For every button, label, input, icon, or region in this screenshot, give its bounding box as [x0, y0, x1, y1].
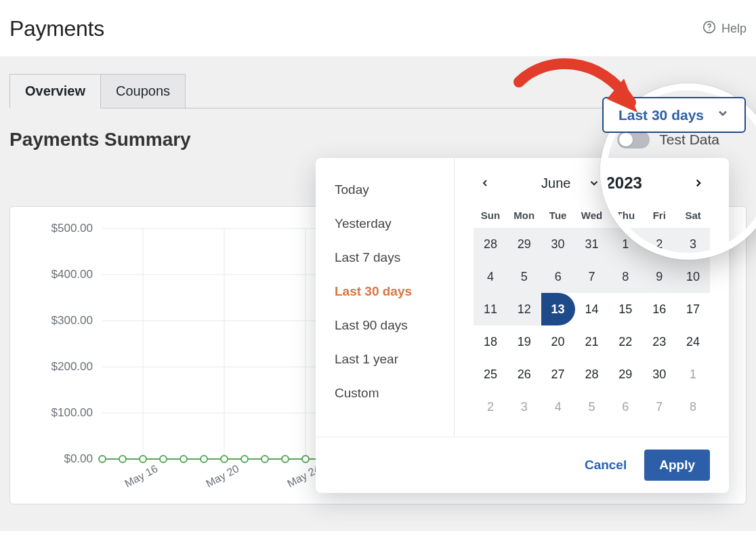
- cancel-button[interactable]: Cancel: [581, 457, 631, 473]
- preset-yesterday[interactable]: Yesterday: [316, 207, 454, 241]
- svg-point-33: [160, 456, 167, 462]
- calendar-day[interactable]: 5: [575, 391, 609, 423]
- calendar-day[interactable]: 21: [575, 325, 609, 358]
- dow-fri: Fri: [642, 203, 676, 228]
- calendar-day[interactable]: 11: [474, 293, 507, 325]
- calendar-day[interactable]: 7: [642, 391, 676, 423]
- calendar-day[interactable]: 3: [676, 228, 710, 260]
- dow-sun: Sun: [474, 203, 507, 228]
- calendar-day[interactable]: 10: [676, 260, 710, 293]
- svg-text:$500.00: $500.00: [51, 222, 93, 235]
- calendar-day[interactable]: 20: [541, 325, 575, 358]
- help-label: Help: [721, 22, 747, 36]
- calendar-day[interactable]: 2: [642, 228, 676, 260]
- calendar-day[interactable]: 4: [474, 260, 507, 293]
- calendar-day[interactable]: 1: [676, 358, 710, 391]
- date-picker: Today Yesterday Last 7 days Last 30 days…: [316, 158, 729, 493]
- calendar-day[interactable]: 29: [608, 358, 642, 391]
- work-area: Overview Coupons Payments Summary Test D…: [0, 56, 756, 531]
- calendar-day[interactable]: 28: [474, 228, 507, 260]
- calendar-header: June 2023: [474, 172, 710, 195]
- calendar-day[interactable]: 6: [608, 391, 642, 423]
- calendar-day[interactable]: 28: [575, 358, 609, 391]
- calendar-grid: Sun Mon Tue Wed Thu Fri Sat 282930311234…: [474, 203, 710, 423]
- calendar-day[interactable]: 3: [507, 391, 541, 423]
- svg-point-37: [241, 456, 248, 462]
- calendar-day[interactable]: 13: [541, 293, 575, 325]
- svg-point-35: [201, 456, 207, 462]
- calendar-day[interactable]: 14: [575, 293, 609, 325]
- svg-text:$200.00: $200.00: [51, 360, 93, 373]
- svg-point-34: [180, 456, 187, 462]
- calendar-day[interactable]: 27: [541, 358, 575, 391]
- preset-custom[interactable]: Custom: [316, 376, 454, 410]
- calendar-month: June: [541, 176, 570, 191]
- tab-coupons[interactable]: Coupons: [101, 74, 186, 108]
- preset-7days[interactable]: Last 7 days: [316, 241, 454, 275]
- calendar-day[interactable]: 30: [541, 228, 575, 260]
- picker-footer: Cancel Apply: [316, 437, 729, 493]
- svg-text:May 16: May 16: [123, 462, 159, 490]
- calendar-title: June 2023: [497, 174, 687, 193]
- calendar-day[interactable]: 23: [642, 325, 676, 358]
- svg-point-31: [119, 456, 126, 462]
- calendar-year: 2023: [606, 174, 642, 193]
- svg-text:$0.00: $0.00: [64, 452, 93, 465]
- help-icon: [702, 20, 716, 37]
- preset-today[interactable]: Today: [316, 173, 454, 207]
- svg-point-38: [261, 456, 268, 462]
- svg-text:$400.00: $400.00: [51, 268, 93, 281]
- calendar-day[interactable]: 19: [507, 325, 541, 358]
- annotation-arrow: [505, 48, 654, 170]
- dow-sat: Sat: [676, 203, 710, 228]
- calendar-day[interactable]: 7: [575, 260, 609, 293]
- svg-text:$100.00: $100.00: [51, 406, 93, 419]
- calendar-day[interactable]: 8: [676, 391, 710, 423]
- help-link[interactable]: Help: [702, 20, 747, 37]
- svg-point-40: [302, 456, 309, 462]
- svg-point-39: [282, 456, 289, 462]
- calendar-day[interactable]: 30: [642, 358, 676, 391]
- calendar-day[interactable]: 25: [474, 358, 507, 391]
- calendar-day[interactable]: 18: [474, 325, 507, 358]
- page-title: Payments: [9, 16, 104, 41]
- preset-90days[interactable]: Last 90 days: [316, 309, 454, 342]
- chevron-down-icon[interactable]: [588, 177, 600, 189]
- calendar-day[interactable]: 17: [676, 293, 710, 325]
- calendar-day[interactable]: 29: [507, 228, 541, 260]
- calendar: June 2023 Sun Mon Tue Wed Thu: [455, 158, 729, 437]
- dow-wed: Wed: [575, 203, 609, 228]
- test-data-label: Test Data: [659, 132, 719, 148]
- next-month-button[interactable]: [687, 172, 710, 195]
- calendar-day[interactable]: 6: [541, 260, 575, 293]
- svg-point-30: [99, 456, 106, 462]
- svg-point-36: [221, 456, 228, 462]
- preset-1year[interactable]: Last 1 year: [316, 342, 454, 376]
- dow-tue: Tue: [541, 203, 575, 228]
- chevron-down-icon: [716, 106, 730, 123]
- calendar-day[interactable]: 31: [575, 228, 609, 260]
- preset-list: Today Yesterday Last 7 days Last 30 days…: [316, 158, 455, 437]
- calendar-day[interactable]: 2: [474, 391, 507, 423]
- calendar-day[interactable]: 8: [608, 260, 642, 293]
- svg-text:May 20: May 20: [204, 462, 240, 490]
- svg-point-1: [709, 29, 710, 31]
- apply-button[interactable]: Apply: [644, 450, 710, 481]
- calendar-day[interactable]: 12: [507, 293, 541, 325]
- svg-text:$300.00: $300.00: [51, 314, 93, 327]
- calendar-day[interactable]: 24: [676, 325, 710, 358]
- calendar-day[interactable]: 15: [608, 293, 642, 325]
- calendar-day[interactable]: 1: [608, 228, 642, 260]
- prev-month-button[interactable]: [474, 172, 497, 195]
- calendar-day[interactable]: 16: [642, 293, 676, 325]
- calendar-day[interactable]: 26: [507, 358, 541, 391]
- tab-overview[interactable]: Overview: [9, 74, 101, 108]
- calendar-day[interactable]: 5: [507, 260, 541, 293]
- preset-30days[interactable]: Last 30 days: [316, 275, 454, 309]
- svg-point-32: [140, 456, 146, 462]
- calendar-day[interactable]: 9: [642, 260, 676, 293]
- dow-thu: Thu: [608, 203, 642, 228]
- dow-mon: Mon: [507, 203, 541, 228]
- calendar-day[interactable]: 4: [541, 391, 575, 423]
- calendar-day[interactable]: 22: [608, 325, 642, 358]
